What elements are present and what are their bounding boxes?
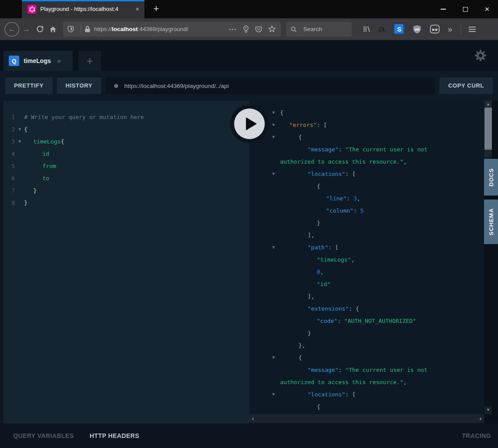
query-variables-tab[interactable]: QUERY VARIABLES [13, 432, 74, 439]
query-badge: Q [9, 56, 19, 66]
search-bar[interactable]: Search [286, 22, 352, 37]
extension-dl-icon[interactable]: DL [379, 25, 386, 33]
fold-arrow-icon[interactable]: ▼ [18, 123, 21, 136]
line-number: 7 [4, 185, 15, 197]
browser-tab[interactable]: Playground - https://localhost:4 × [22, 0, 144, 18]
tracking-protection-shield-icon[interactable] [67, 25, 74, 33]
fold-arrow-icon[interactable]: ▼ [272, 131, 275, 144]
response-line: ▼"path": [ [249, 242, 484, 254]
window-controls: × [432, 0, 498, 18]
response-line: ▼"locations": [ [249, 388, 484, 401]
line-number: 3 [4, 136, 15, 148]
http-headers-tab[interactable]: HTTP HEADERS [90, 432, 139, 439]
close-window-button[interactable]: × [476, 0, 498, 18]
maximize-button[interactable] [454, 0, 476, 18]
response-line: "line": 3, [249, 192, 484, 205]
svg-text:UD: UD [414, 28, 420, 31]
tracing-tab[interactable]: TRACING [462, 432, 491, 439]
page-actions-icon[interactable]: ••• [229, 27, 237, 32]
horizontal-scrollbar[interactable]: ‹ › [249, 414, 484, 423]
fold-arrow-icon[interactable]: ▼ [272, 242, 275, 254]
query-editor-line: 2▼{ [4, 123, 249, 136]
response-line: ], [249, 290, 484, 303]
execute-query-button[interactable] [230, 105, 269, 143]
query-editor-line: 6to [4, 172, 249, 185]
scroll-left-arrow-icon[interactable]: ‹ [252, 414, 254, 423]
settings-gear-icon[interactable] [474, 49, 487, 63]
right-rail: ▲ ▼ DOCS SCHEMA [484, 101, 498, 424]
reload-button[interactable] [33, 22, 46, 37]
lock-icon[interactable] [84, 26, 91, 33]
query-editor-line: 5from [4, 160, 249, 172]
session-tab-close-icon[interactable]: × [57, 57, 61, 65]
scroll-up-arrow-icon[interactable]: ▲ [484, 101, 492, 108]
vertical-scrollbar-thumb[interactable] [484, 108, 492, 150]
response-line: ▼{ [249, 352, 484, 364]
lightbulb-icon[interactable] [243, 25, 249, 33]
browser-navbar: ← → https://localhost:44369/playground/ [0, 18, 498, 40]
url-bar[interactable]: https://localhost:44369/playground/ ••• [63, 22, 281, 37]
response-line: "message": "The current user is not [249, 144, 484, 156]
fold-arrow-icon[interactable]: ▼ [18, 136, 21, 148]
url-text[interactable]: https://localhost:44369/playground/ [94, 26, 188, 32]
response-viewer[interactable]: ▼{▼"errors": [▼{"message": "The current … [249, 101, 484, 414]
library-icon[interactable] [363, 25, 371, 33]
line-number: 1 [4, 111, 15, 123]
endpoint-input[interactable]: https://localhost:44369/playground/../ap… [105, 77, 435, 94]
fold-arrow-icon[interactable]: ▼ [272, 168, 275, 180]
home-button[interactable] [46, 22, 60, 37]
scroll-down-arrow-icon[interactable]: ▼ [484, 406, 492, 414]
session-tab-timelogs[interactable]: Q timeLogs × [4, 51, 73, 71]
response-line: "column": 5 [249, 205, 484, 217]
line-number: 6 [4, 172, 15, 185]
response-lines: ▼{▼"errors": [▼{"message": "The current … [249, 107, 484, 413]
extension-container-icon[interactable] [430, 24, 440, 34]
history-button[interactable]: HISTORY [57, 77, 101, 94]
line-number: 4 [4, 148, 15, 160]
response-line: } [249, 327, 484, 340]
minimize-button[interactable] [432, 0, 454, 18]
search-icon [291, 26, 297, 32]
close-icon: × [485, 5, 490, 13]
vertical-scrollbar-track[interactable] [484, 150, 492, 159]
playground-toolbar: PRETTIFY HISTORY https://localhost:44369… [0, 71, 498, 101]
response-line: ▼"errors": [ [249, 119, 484, 131]
response-line: ▼{ [249, 107, 484, 119]
response-line: { [249, 180, 484, 192]
response-line: }, [249, 340, 484, 352]
scroll-right-arrow-icon[interactable]: › [480, 414, 481, 423]
query-editor[interactable]: 1# Write your query or mutation here2▼{3… [4, 101, 249, 424]
response-line: "id" [249, 278, 484, 290]
fold-arrow-icon[interactable]: ▼ [272, 119, 275, 131]
copy-curl-button[interactable]: COPY CURL [439, 77, 493, 94]
browser-tab-title: Playground - https://localhost:4 [40, 0, 132, 18]
tab-close-icon[interactable]: × [133, 5, 142, 14]
graphql-playground: Q timeLogs × + PRE [0, 40, 498, 448]
graphql-favicon-icon [28, 5, 36, 14]
extension-ud-shield-icon[interactable]: UD [412, 24, 422, 34]
browser-titlebar: Playground - https://localhost:4 × + × [0, 0, 498, 18]
forward-button[interactable]: → [19, 22, 33, 37]
new-tab-button[interactable]: + [149, 2, 164, 16]
query-editor-line: 7} [4, 185, 249, 197]
new-session-tab-button[interactable]: + [78, 51, 101, 71]
toolbar-divider [461, 24, 461, 34]
fold-arrow-icon[interactable]: ▼ [272, 352, 275, 364]
line-number: 8 [4, 197, 15, 209]
pocket-icon[interactable] [255, 26, 262, 33]
back-button[interactable]: ← [4, 22, 19, 37]
fold-arrow-icon[interactable]: ▼ [272, 107, 275, 119]
docs-side-tab[interactable]: DOCS [484, 159, 498, 196]
editor-left-margin [0, 101, 4, 424]
schema-side-tab[interactable]: SCHEMA [484, 200, 498, 244]
fold-arrow-icon[interactable]: ▼ [272, 388, 275, 401]
query-editor-line: 8} [4, 197, 249, 209]
overflow-chevron-icon[interactable]: » [448, 24, 452, 34]
response-line: "timeLogs", [249, 254, 484, 266]
bookmark-star-icon[interactable] [268, 25, 276, 33]
response-line: { [249, 401, 484, 413]
hamburger-menu-button[interactable] [466, 22, 479, 37]
query-editor-line: 4id [4, 148, 249, 160]
prettify-button[interactable]: PRETTIFY [5, 77, 53, 94]
extension-s-icon[interactable]: S [394, 24, 404, 34]
